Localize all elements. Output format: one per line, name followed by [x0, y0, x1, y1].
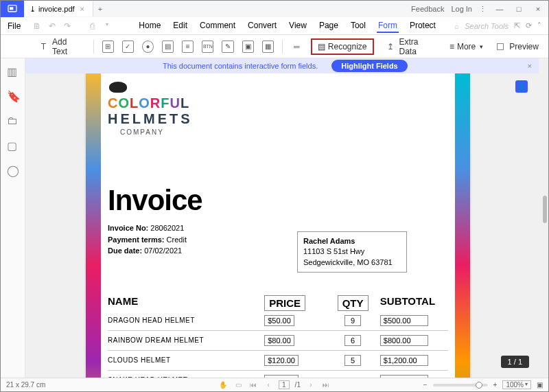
item-subtotal-field[interactable]: $800.00 — [380, 335, 428, 346]
maximize-icon[interactable]: □ — [513, 3, 525, 15]
item-price-field[interactable]: $120.00 — [264, 355, 299, 366]
extra-data-button[interactable]: ↥ Extra Data — [382, 36, 439, 58]
file-menu[interactable]: File — [1, 21, 27, 31]
login-link[interactable]: Log In — [451, 5, 472, 13]
bill-line2: Sedgewickville, MO 63781 — [303, 257, 401, 268]
preview-toggle[interactable]: Preview — [494, 41, 541, 53]
status-bar: 21 x 29.7 cm ✋ ▭ ⏮ ‹ 1 /1 › ⏭ − + 100%▾ … — [1, 378, 548, 391]
page-dimensions: 21 x 29.7 cm — [6, 381, 45, 389]
button-field-icon[interactable]: BTN — [202, 41, 213, 53]
bookmarks-panel-icon[interactable]: 🔖 — [7, 90, 19, 102]
first-page-icon[interactable]: ⏮ — [248, 381, 258, 389]
item-price-field[interactable]: $50.00 — [264, 315, 294, 326]
search-panel-icon[interactable]: ◯ — [7, 164, 19, 176]
quick-access-toolbar: 🗎 ↶ ↷ ⎙ ▾ — [27, 21, 117, 31]
add-text-button[interactable]: T Add Text — [35, 36, 85, 58]
item-name: RAINBOW DREAM HELMET — [108, 336, 264, 344]
menu-comment[interactable]: Comment — [198, 19, 237, 33]
item-subtotal-field[interactable]: $1,200.00 — [380, 355, 428, 366]
close-icon[interactable]: × — [532, 3, 544, 15]
item-qty-field[interactable]: 9 — [344, 315, 361, 326]
tab-add-button[interactable]: + — [93, 5, 107, 13]
item-price-field[interactable]: $80.00 — [264, 335, 294, 346]
menu-form[interactable]: Form — [377, 19, 399, 33]
recognize-button[interactable]: ▤ Recognize — [311, 38, 374, 55]
qat-redo-icon[interactable]: ↷ — [62, 21, 73, 31]
thumbnails-panel-icon[interactable]: ▥ — [7, 65, 19, 78]
vertical-scrollbar[interactable] — [539, 58, 548, 378]
select-tool-icon[interactable]: ▭ — [233, 381, 243, 389]
combobox-icon[interactable]: ▤ — [162, 41, 174, 53]
recognize-icon: ▤ — [318, 42, 325, 51]
due-value: 07/02/2021 — [144, 246, 182, 255]
share-icon[interactable]: ⇱ — [514, 21, 520, 30]
scrollbar-thumb[interactable] — [543, 196, 547, 223]
item-subtotal-field[interactable]: $500.00 — [380, 315, 428, 326]
page-number-input[interactable]: 1 — [279, 380, 290, 389]
table-row: SNAKE HEAD HELMET$145.00$725.00 — [108, 371, 448, 378]
zoom-out-icon[interactable]: − — [423, 381, 428, 389]
document-tab[interactable]: ⤓ invoice.pdf × — [24, 1, 93, 16]
minimize-icon[interactable]: — — [493, 3, 506, 15]
signature-icon[interactable]: ✎ — [222, 41, 233, 53]
notice-close-icon[interactable]: × — [528, 62, 532, 70]
tab-download-icon: ⤓ — [30, 5, 36, 14]
zoom-slider[interactable] — [433, 384, 488, 387]
tab-close-icon[interactable]: × — [78, 5, 87, 13]
menu-edit[interactable]: Edit — [172, 19, 189, 33]
zoom-value: 100% — [506, 381, 524, 389]
form-notice-bar: This document contains interactive form … — [25, 58, 539, 73]
last-page-icon[interactable]: ⏭ — [321, 381, 331, 389]
feedback-link[interactable]: Feedback — [411, 5, 444, 13]
image-field-icon[interactable]: ▣ — [242, 41, 254, 53]
cloud-icon[interactable]: ⟳ — [526, 21, 532, 30]
listbox-icon[interactable]: ≡ — [182, 41, 194, 53]
pdf-page: COLORFUL HELMETS COMPANY Invoice Invoice… — [86, 73, 470, 378]
invoice-no-value: 28062021 — [150, 224, 184, 232]
search-tools-input[interactable]: Search Tools — [465, 22, 509, 30]
bill-to-box[interactable]: Rachel Adams 11103 S 51st Hwy Sedgewickv… — [297, 231, 407, 273]
user-badge-icon[interactable]: 👤 — [515, 80, 528, 93]
align-icon[interactable]: ═ — [291, 41, 303, 53]
col-qty-header[interactable]: QTY — [338, 295, 369, 311]
menu-home[interactable]: Home — [137, 19, 162, 33]
menu-protect[interactable]: Protect — [408, 19, 437, 33]
page-indicator: 1 / 1 — [501, 356, 529, 368]
hand-tool-icon[interactable]: ✋ — [218, 381, 228, 389]
attachments-panel-icon[interactable]: 🗀 — [7, 115, 19, 127]
next-page-icon[interactable]: › — [306, 381, 316, 389]
highlight-fields-button[interactable]: Highlight Fields — [331, 60, 408, 72]
qat-print-icon[interactable]: ⎙ — [86, 21, 97, 31]
item-qty-field[interactable]: 5 — [344, 355, 361, 366]
kebab-icon[interactable]: ⋮ — [479, 5, 487, 14]
checkbox-icon[interactable]: ✓ — [122, 41, 134, 53]
qat-undo-icon[interactable]: ↶ — [47, 21, 58, 31]
menu-view[interactable]: View — [288, 19, 308, 33]
qat-save-icon[interactable]: 🗎 — [32, 21, 43, 31]
zoom-in-icon[interactable]: + — [493, 381, 498, 389]
zoom-slider-thumb[interactable] — [476, 382, 482, 389]
fit-page-icon[interactable]: ▣ — [537, 381, 543, 389]
chevron-up-icon[interactable]: ˄ — [537, 21, 541, 30]
radio-icon[interactable]: ● — [142, 41, 154, 53]
more-button[interactable]: ≡ More — [447, 41, 486, 53]
date-field-icon[interactable]: ▦ — [262, 41, 274, 53]
menu-convert[interactable]: Convert — [246, 19, 278, 33]
textfield-icon[interactable]: ⊞ — [102, 41, 114, 53]
prev-page-icon[interactable]: ‹ — [264, 381, 273, 389]
search-icon[interactable]: ⌕ — [454, 22, 459, 30]
zoom-select[interactable]: 100%▾ — [502, 380, 531, 389]
text-icon: T — [38, 41, 49, 53]
col-price-header[interactable]: PRICE — [264, 295, 305, 311]
qat-dropdown-icon[interactable]: ▾ — [102, 21, 113, 31]
bill-line1: 11103 S 51st Hwy — [303, 246, 401, 257]
document-viewport[interactable]: COLORFUL HELMETS COMPANY Invoice Invoice… — [25, 73, 539, 378]
tab-title: invoice.pdf — [38, 5, 75, 13]
menu-tool[interactable]: Tool — [349, 19, 367, 33]
item-qty-field[interactable]: 6 — [344, 335, 361, 346]
menu-page[interactable]: Page — [318, 19, 340, 33]
terms-label: Payment terms: — [108, 235, 165, 244]
terms-value: Credit — [167, 235, 187, 244]
add-text-label: Add Text — [52, 37, 82, 56]
fields-panel-icon[interactable]: ▢ — [7, 139, 19, 152]
